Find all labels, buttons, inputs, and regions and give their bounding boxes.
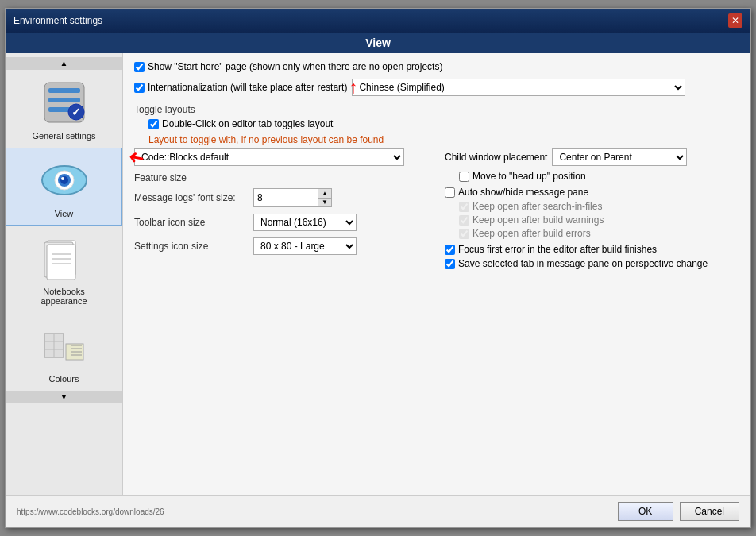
sidebar-item-general[interactable]: ✓ General settings [6,70,122,148]
right-col: Child window placement Center on Parent … [445,148,739,274]
toggle-layouts-label: Toggle layouts [134,104,195,115]
content-area: Show "Start here" page (shown only when … [123,53,750,495]
keep-search-label: Keep open after search-in-files [459,201,602,212]
cancel-button[interactable]: Cancel [680,502,739,521]
svg-text:✓: ✓ [71,106,81,118]
settings-icon-label: Settings icon size [134,241,253,252]
footer-link: https://www.codeblocks.org/downloads/26 [17,507,164,516]
keep-search-checkbox[interactable] [459,202,469,212]
toolbar-icon-row: Toolbar icon size Small (8x8) Normal (16… [134,214,429,231]
feature-size-label-wrap: Feature size [134,172,429,183]
toggle-layouts-section: Toggle layouts [134,104,739,115]
layout-fallback-label: Layout to toggle with, if no previous la… [148,134,384,145]
svg-rect-2 [48,98,80,102]
save-tab-label: Save selected tab in message pane on per… [445,258,708,269]
focus-error-label: Focus first error in the editor after bu… [445,244,657,255]
save-tab-row: Save selected tab in message pane on per… [445,258,739,269]
language-select[interactable]: Chinese (Simplified) English French Germ… [352,79,685,96]
sidebar: ▲ ✓ General settings [6,53,123,495]
sidebar-item-notebooks[interactable]: Notebooksappearance [6,226,122,313]
intl-checkbox[interactable] [134,83,145,93]
msg-font-label: Message logs' font size: [134,192,253,203]
sidebar-item-view[interactable]: View [6,148,122,226]
double-click-checkbox[interactable] [148,119,159,129]
toolbar-icon-label: Toolbar icon size [134,217,253,228]
settings-icon-row: Settings icon size 16 x 16 - Small 32 x … [134,237,429,255]
sidebar-item-view-label: View [55,209,74,218]
keep-warnings-row: Keep open after build warnings [459,214,739,226]
svg-point-9 [60,176,68,184]
save-tab-checkbox[interactable] [445,259,455,269]
feature-size-label: Feature size [134,172,187,183]
sidebar-item-colours-label: Colours [49,374,79,384]
keep-errors-row: Keep open after build errors [459,228,739,239]
sidebar-item-colours[interactable]: Colours [6,313,122,391]
intl-label: Internationalization (will take place af… [134,82,347,93]
child-placement-select[interactable]: Center on Parent Center on Screen Defaul… [552,148,687,166]
footer-buttons: OK Cancel [618,502,739,521]
sidebar-item-notebooks-label: Notebooksappearance [40,287,87,306]
svg-point-10 [61,177,64,180]
double-click-label: Double-Click on editor tab toggles layou… [148,118,333,129]
move-head-up-checkbox[interactable] [459,172,469,182]
msg-font-row: Message logs' font size: ▲ ▼ [134,188,429,207]
keep-search-row: Keep open after search-in-files [459,201,739,212]
msg-font-up[interactable]: ▲ [318,189,331,198]
keep-warnings-checkbox[interactable] [459,215,469,226]
show-start-row: Show "Start here" page (shown only when … [134,61,739,72]
auto-show-checkbox[interactable] [445,187,455,198]
sidebar-item-general-label: General settings [32,131,95,141]
focus-error-row: Focus first error in the editor after bu… [445,244,739,255]
layout-select-row: Code::Blocks default Default Custom [134,148,429,166]
msg-font-input[interactable] [254,189,318,206]
dialog-title: Environment settings [14,15,102,26]
keep-errors-label: Keep open after build errors [459,228,591,239]
keep-warnings-label: Keep open after build warnings [459,214,604,226]
toolbar-icon-select[interactable]: Small (8x8) Normal (16x16) Large (32x32) [253,214,357,231]
msg-font-input-wrap: ▲ ▼ [253,188,332,207]
msg-font-down[interactable]: ▼ [318,198,331,206]
show-start-label: Show "Start here" page (shown only when … [134,61,442,72]
move-head-up-row: Move to "head up" position [459,171,739,182]
ok-button[interactable]: OK [618,502,673,521]
auto-show-label: Auto show/hide message pane [445,187,588,198]
child-placement-label: Child window placement [445,152,547,163]
general-settings-icon: ✓ [39,77,90,128]
double-click-row: Double-Click on editor tab toggles layou… [148,118,739,129]
layout-select[interactable]: Code::Blocks default Default Custom [134,148,404,166]
title-bar: Environment settings ✕ [6,9,750,33]
auto-show-row: Auto show/hide message pane [445,187,739,198]
sidebar-scroll-down[interactable]: ▼ [6,391,122,403]
svg-rect-13 [47,245,75,280]
dialog-body: ▲ ✓ General settings [6,53,750,495]
child-placement-row: Child window placement Center on Parent … [445,148,739,166]
settings-icon-select[interactable]: 16 x 16 - Small 32 x 32 - Medium 80 x 80… [253,237,357,255]
two-col-section: Code::Blocks default Default Custom Feat… [134,148,739,274]
colours-icon [39,320,90,371]
close-button[interactable]: ✕ [728,13,742,28]
dialog-header: View [6,33,750,53]
left-col: Code::Blocks default Default Custom Feat… [134,148,429,274]
environment-settings-dialog: Environment settings ✕ View ▲ ✓ [5,8,751,528]
layout-fallback-row: Layout to toggle with, if no previous la… [148,134,739,145]
focus-error-checkbox[interactable] [445,245,455,255]
intl-row: Internationalization (will take place af… [134,77,739,98]
show-start-checkbox[interactable] [134,62,145,72]
svg-rect-1 [48,88,80,93]
keep-errors-checkbox[interactable] [459,229,469,239]
view-icon [39,155,90,206]
move-head-up-label: Move to "head up" position [459,171,586,182]
footer: https://www.codeblocks.org/downloads/26 … [6,495,750,527]
feature-size-section: Feature size Message logs' font size: ▲ … [134,172,429,255]
underline-decoration [134,114,206,116]
notebooks-icon [39,233,90,283]
msg-font-spin: ▲ ▼ [318,189,331,206]
sidebar-scroll-up[interactable]: ▲ [6,57,122,70]
